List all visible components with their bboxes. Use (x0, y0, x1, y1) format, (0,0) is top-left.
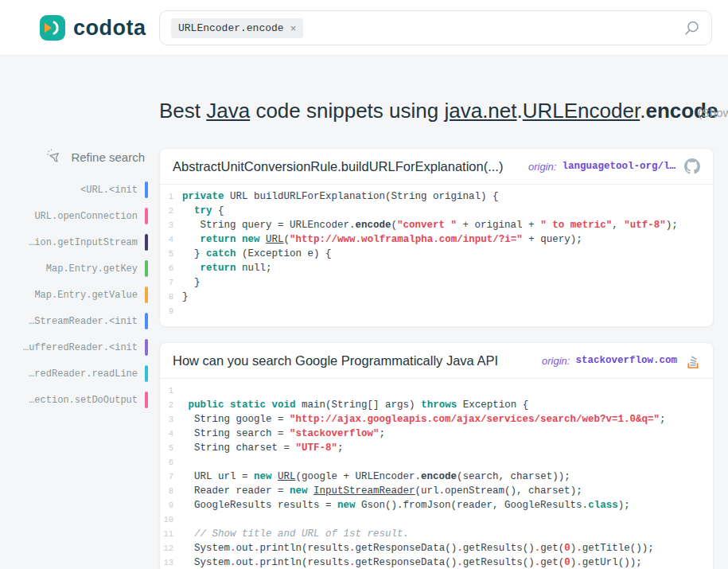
code-token: class (588, 500, 618, 511)
code-text: private URL buildURLForExplanation(Strin… (182, 189, 499, 204)
code-token: private (182, 191, 224, 202)
funnel-icon (46, 148, 64, 166)
snippet-title[interactable]: AbstractUnitConversionRule.buildURLForEx… (173, 159, 503, 174)
code-token: ( (391, 220, 398, 231)
title-link-package[interactable]: java.net (444, 99, 516, 123)
origin-link[interactable]: languagetool-org/l… (562, 161, 675, 172)
code-token (236, 234, 243, 245)
code-line: 3 String query = URLEncoder.encode("conv… (160, 218, 713, 232)
code-token: , (612, 220, 624, 231)
refine-chip[interactable]: URL.openConnection (0, 203, 148, 229)
refine-chip[interactable]: …redReader.readLine (0, 360, 148, 387)
code-line: 13 System.out.println(results.getRespons… (160, 555, 713, 569)
search-icon[interactable] (683, 20, 700, 37)
code-text: System.out.println(results.getResponseDa… (182, 541, 654, 555)
code-line: 7 } (160, 275, 713, 290)
refine-chip[interactable]: Map.Entry.getKey (0, 255, 148, 282)
line-number: 13 (160, 555, 182, 569)
refine-chip[interactable]: …ection.setDoOutput (0, 387, 148, 413)
code-block[interactable]: 1private URL buildURLForExplanation(Stri… (160, 185, 713, 326)
snippet-title[interactable]: How can you search Google Programmatical… (173, 353, 498, 368)
code-token: ; (660, 414, 666, 425)
refine-chip[interactable]: <URL.<init (0, 177, 148, 203)
title-link-java[interactable]: Java (206, 99, 250, 123)
code-line: 1 (160, 384, 713, 398)
code-token: return (200, 234, 236, 245)
code-block[interactable]: 12 public static void main(String[] args… (160, 379, 713, 569)
search-query-chip[interactable]: URLEncoder.encode × (171, 18, 303, 38)
stackoverflow-icon[interactable] (686, 353, 700, 368)
refine-chip-color-bar (145, 181, 148, 198)
line-number: 12 (160, 541, 182, 555)
title-mid: code snippets using (250, 99, 444, 123)
line-number: 10 (160, 512, 182, 527)
line-number: 8 (160, 484, 182, 498)
code-token: new (337, 500, 356, 511)
code-token (182, 399, 189, 411)
code-token: public (189, 399, 224, 411)
line-number: 2 (160, 398, 182, 412)
refine-chip-label: …StreamReader.<init (29, 316, 138, 327)
code-line: 10 (160, 512, 713, 527)
refine-chip[interactable]: …StreamReader.<init (0, 308, 148, 334)
code-text: } catch (Exception e) { (182, 247, 332, 261)
code-token (308, 485, 314, 497)
code-token: new (254, 471, 272, 482)
code-token: + query); (523, 234, 582, 245)
code-text: System.out.println(results.getResponseDa… (182, 555, 642, 569)
refine-chip-color-bar (145, 260, 148, 277)
code-token: URL buildURLForExplanation(String origin… (224, 191, 499, 202)
code-token: static (230, 399, 266, 411)
code-token: System (182, 557, 230, 568)
code-line: 9 (160, 304, 713, 318)
code-token: ); (666, 220, 678, 231)
line-number: 4 (160, 232, 182, 247)
show-more-link[interactable]: (Show (698, 106, 728, 119)
code-token: encode (356, 220, 391, 231)
code-class-link[interactable]: URL (278, 471, 296, 482)
code-line: 5 } catch (Exception e) { (160, 247, 713, 261)
code-token: . (230, 543, 236, 554)
search-bar[interactable]: URLEncoder.encode × (159, 10, 712, 45)
refine-chip[interactable]: …ufferedReader.<init (0, 334, 148, 360)
code-token: GoogleResults results = (182, 500, 337, 511)
chip-close-icon[interactable]: × (290, 22, 297, 34)
code-token (182, 263, 200, 274)
code-token (182, 205, 194, 216)
code-class-link[interactable]: URL (266, 234, 284, 245)
line-number: 7 (160, 470, 182, 484)
refine-chip[interactable]: Map.Entry.getValue (0, 282, 148, 308)
code-token: get( (540, 543, 564, 554)
code-line: 2 try { (160, 204, 713, 218)
code-token: . (254, 557, 260, 568)
codota-logo-icon (40, 15, 65, 41)
code-text: // Show title and URL of 1st result. (182, 527, 409, 541)
code-token: null; (236, 263, 272, 274)
github-icon[interactable] (684, 158, 700, 174)
code-line: 11 // Show title and URL of 1st result. (160, 527, 713, 541)
code-token: getResults() (463, 557, 535, 568)
code-token: ; (337, 442, 344, 454)
code-token (182, 528, 194, 540)
refine-chip-label: …ection.setDoOutput (29, 395, 138, 406)
code-token: + original + (457, 220, 540, 231)
line-number: 9 (160, 498, 182, 512)
code-token: . (576, 557, 582, 568)
code-text: String charset = "UTF-8"; (182, 441, 344, 455)
code-token: (Exception e) { (236, 248, 332, 259)
code-line: 4 String search = "stackoverflow"; (160, 427, 713, 441)
code-token: . (457, 557, 463, 568)
refine-chip[interactable]: …ion.getInputStream (0, 229, 148, 255)
code-text: String google = "http://ajax.googleapis.… (182, 412, 666, 427)
code-token (182, 234, 200, 245)
code-token: "UTF-8" (296, 442, 338, 454)
code-token: getResponseData() (356, 543, 457, 554)
code-class-link[interactable]: InputStreamReader (313, 485, 415, 497)
code-token: "utf-8" (624, 220, 666, 231)
code-token: println(results (260, 557, 350, 568)
codota-logo[interactable]: codota (40, 15, 146, 41)
results-column: AbstractUnitConversionRule.buildURLForEx… (159, 148, 714, 569)
origin-link[interactable]: stackoverflow.com (575, 355, 677, 366)
title-link-class[interactable]: URLEncoder (523, 99, 640, 123)
code-text: return null; (182, 261, 272, 275)
